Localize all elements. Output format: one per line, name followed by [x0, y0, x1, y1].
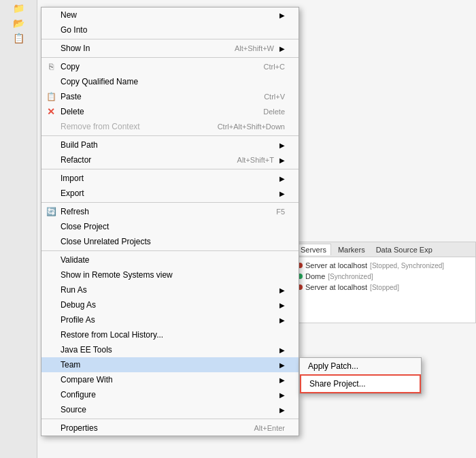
menu-icon-copy: ⎘: [44, 62, 58, 71]
menu-arrow-show-in: ▶: [279, 45, 285, 52]
menu-label-paste: Paste: [61, 92, 237, 101]
tab-markers[interactable]: Markers: [334, 244, 369, 255]
menu-label-java-ee-tools: Java EE Tools: [61, 345, 274, 355]
menu-separator: [41, 39, 299, 39]
menu-separator: [41, 57, 299, 58]
server-status-3: [Stopped]: [370, 284, 399, 291]
menu-item-properties[interactable]: PropertiesAlt+Enter: [41, 421, 299, 436]
menu-separator: [41, 135, 299, 136]
menu-shortcut-show-in: Alt+Shift+W: [235, 44, 274, 52]
menu-label-source: Source: [61, 405, 274, 414]
server-name-3: Server at localhost: [305, 283, 367, 291]
menu-item-debug-as[interactable]: Debug As▶: [41, 297, 299, 312]
menu-label-close-unrelated: Close Unrelated Projects: [61, 237, 285, 246]
menu-label-properties: Properties: [61, 423, 226, 433]
menu-arrow-java-ee-tools: ▶: [279, 346, 285, 354]
sidebar-icon-2: 📂: [6, 16, 31, 30]
submenu-item-apply-patch[interactable]: Apply Patch...: [300, 358, 421, 374]
menu-item-java-ee-tools[interactable]: Java EE Tools▶: [41, 342, 299, 357]
menu-item-copy-qualified[interactable]: Copy Qualified Name: [41, 74, 299, 89]
menu-item-restore-history[interactable]: Restore from Local History...: [41, 327, 299, 342]
menu-arrow-export: ▶: [279, 190, 285, 197]
menu-item-compare-with[interactable]: Compare With▶: [41, 372, 299, 387]
menu-arrow-build-path: ▶: [279, 142, 285, 149]
menu-arrow-run-as: ▶: [279, 287, 285, 294]
menu-item-refresh[interactable]: 🔄RefreshF5: [41, 204, 299, 219]
menu-item-source[interactable]: Source▶: [41, 402, 299, 417]
menu-item-profile-as[interactable]: Profile As▶: [41, 312, 299, 327]
menu-label-copy: Copy: [61, 62, 237, 71]
menu-label-refresh: Refresh: [61, 207, 249, 216]
menu-shortcut-delete: Delete: [263, 108, 285, 116]
menu-label-export: Export: [61, 189, 274, 198]
submenu-item-share-project[interactable]: Share Project...: [300, 374, 421, 393]
menu-label-debug-as: Debug As: [61, 300, 274, 310]
sidebar-icon-3: 📋: [6, 31, 31, 45]
menu-label-go-into: Go Into: [61, 25, 285, 35]
menu-shortcut-properties: Alt+Enter: [254, 424, 285, 432]
team-submenu: Apply Patch...Share Project...: [299, 357, 422, 394]
menu-label-validate: Validate: [61, 255, 285, 265]
menu-label-delete: Delete: [61, 107, 236, 116]
menu-item-team[interactable]: Team▶: [41, 357, 299, 372]
menu-arrow-refactor: ▶: [279, 157, 285, 164]
menu-arrow-debug-as: ▶: [279, 301, 285, 309]
menu-label-run-as: Run As: [61, 285, 274, 295]
menu-item-import[interactable]: Import▶: [41, 171, 299, 186]
menu-label-compare-with: Compare With: [61, 375, 274, 385]
menu-item-show-in[interactable]: Show InAlt+Shift+W▶: [41, 41, 299, 56]
menu-separator: [41, 202, 299, 203]
server-item-1: Server at localhost [Stopped, Synchroniz…: [297, 260, 471, 271]
menu-item-refactor[interactable]: RefactorAlt+Shift+T▶: [41, 152, 299, 167]
menu-item-run-as[interactable]: Run As▶: [41, 282, 299, 297]
menu-item-new[interactable]: New▶: [41, 7, 299, 22]
menu-icon-delete: ✕: [44, 106, 58, 117]
server-panel: Servers Markers Data Source Exp Server a…: [292, 242, 476, 323]
menu-label-close-project: Close Project: [61, 222, 285, 231]
menu-icon-refresh: 🔄: [44, 207, 58, 216]
menu-item-build-path[interactable]: Build Path▶: [41, 137, 299, 152]
menu-shortcut-refresh: F5: [276, 208, 285, 216]
sidebar: 📁 📂 📋: [0, 0, 37, 458]
menu-item-close-unrelated[interactable]: Close Unrelated Projects: [41, 234, 299, 249]
menu-item-copy[interactable]: ⎘CopyCtrl+C: [41, 59, 299, 74]
server-item-3: Server at localhost [Stopped]: [297, 282, 471, 293]
server-status-1: [Stopped, Synchronized]: [370, 262, 444, 269]
menu-arrow-source: ▶: [279, 406, 285, 414]
tab-datasource[interactable]: Data Source Exp: [372, 244, 437, 255]
menu-item-validate[interactable]: Validate: [41, 252, 299, 267]
menu-label-copy-qualified: Copy Qualified Name: [61, 77, 285, 86]
tab-servers[interactable]: Servers: [296, 244, 331, 255]
menu-shortcut-refactor: Alt+Shift+T: [237, 156, 274, 164]
menu-label-build-path: Build Path: [61, 140, 274, 150]
server-panel-tabs: Servers Markers Data Source Exp: [293, 242, 475, 257]
menu-item-close-project[interactable]: Close Project: [41, 219, 299, 234]
menu-label-profile-as: Profile As: [61, 315, 274, 325]
menu-arrow-new: ▶: [279, 12, 285, 19]
menu-label-import: Import: [61, 174, 274, 183]
menu-label-team: Team: [61, 360, 274, 370]
menu-item-export[interactable]: Export▶: [41, 186, 299, 201]
menu-arrow-compare-with: ▶: [279, 376, 285, 384]
menu-shortcut-paste: Ctrl+V: [264, 93, 285, 101]
server-name-2: Dome: [305, 272, 325, 280]
menu-separator: [41, 250, 299, 251]
server-item-2: Dome [Synchronized]: [297, 271, 471, 282]
menu-separator: [41, 419, 299, 419]
menu-item-remove-context: Remove from ContextCtrl+Alt+Shift+Down: [41, 119, 299, 134]
server-status-2: [Synchronized]: [328, 273, 373, 280]
menu-icon-paste: 📋: [44, 92, 58, 101]
menu-item-configure[interactable]: Configure▶: [41, 387, 299, 402]
menu-item-show-remote[interactable]: Show in Remote Systems view: [41, 267, 299, 282]
menu-shortcut-copy: Ctrl+C: [264, 63, 285, 71]
menu-label-new: New: [61, 10, 274, 20]
menu-label-restore-history: Restore from Local History...: [61, 330, 285, 340]
menu-arrow-configure: ▶: [279, 391, 285, 399]
sidebar-icon-1: 📁: [6, 1, 31, 15]
menu-item-paste[interactable]: 📋PasteCtrl+V: [41, 89, 299, 104]
context-menu: New▶Go IntoShow InAlt+Shift+W▶⎘CopyCtrl+…: [41, 7, 299, 436]
server-list: Server at localhost [Stopped, Synchroniz…: [293, 257, 475, 295]
menu-item-go-into[interactable]: Go Into: [41, 22, 299, 37]
menu-item-delete[interactable]: ✕DeleteDelete: [41, 104, 299, 119]
server-name-1: Server at localhost: [305, 261, 367, 269]
